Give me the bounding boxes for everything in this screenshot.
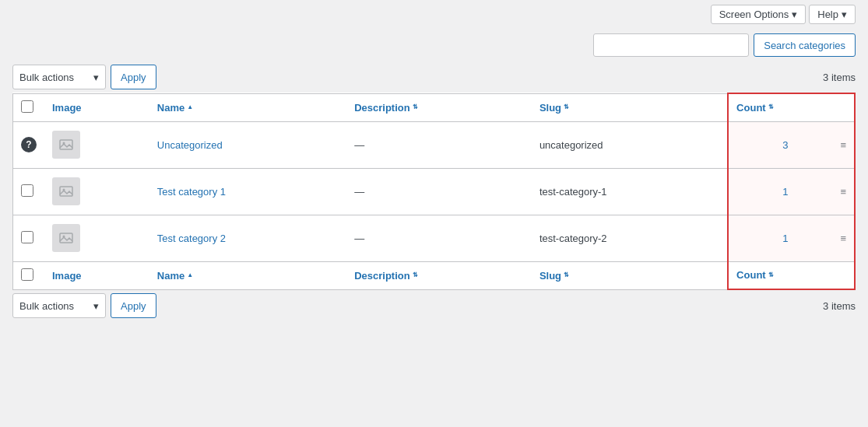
- top-bar: Screen Options ▾ Help ▾: [0, 0, 868, 29]
- description-sort-arrows-footer: ⇅: [413, 272, 418, 278]
- count-sort-arrows: ⇅: [768, 104, 774, 110]
- chevron-down-icon: ▾: [842, 9, 847, 20]
- chevron-down-icon: ▾: [792, 9, 797, 20]
- help-button[interactable]: Help ▾: [809, 5, 856, 24]
- description-col-header[interactable]: Description ⇅: [346, 93, 532, 121]
- category-link[interactable]: Test category 1: [157, 186, 226, 198]
- items-count-bottom: 3 items: [823, 300, 856, 312]
- row-checkbox[interactable]: [21, 184, 33, 197]
- row-name-cell[interactable]: Test category 1: [149, 168, 346, 215]
- row-checkbox[interactable]: [21, 231, 33, 243]
- toolbar-left-bottom: Bulk actions ▾ Apply: [12, 293, 156, 318]
- row-checkbox-cell[interactable]: ?: [13, 121, 45, 168]
- info-icon[interactable]: ?: [21, 137, 37, 152]
- count-col-header[interactable]: Count ⇅: [728, 93, 855, 121]
- count-col-footer[interactable]: Count ⇅: [728, 261, 855, 289]
- description-sort-arrows: ⇅: [413, 104, 418, 110]
- row-name-cell[interactable]: Uncategorized: [149, 121, 346, 168]
- slug-col-footer[interactable]: Slug ⇅: [532, 261, 728, 289]
- top-toolbar: Bulk actions ▾ Apply 3 items: [12, 65, 856, 89]
- select-all-checkbox[interactable]: [21, 100, 33, 113]
- bulk-actions-label-bottom: Bulk actions: [19, 300, 74, 312]
- row-image-cell: [44, 168, 149, 215]
- name-col-header[interactable]: Name ▲: [149, 93, 346, 121]
- image-icon: [58, 137, 74, 152]
- table-row: Test category 1 — test-category-1 1 ≡: [13, 168, 856, 215]
- search-area: Search categories: [0, 29, 868, 65]
- row-count-cell: 1 ≡: [728, 215, 855, 261]
- row-slug-cell: test-category-1: [532, 168, 728, 215]
- name-col-footer[interactable]: Name ▲: [149, 261, 346, 289]
- bulk-actions-dropdown-bottom[interactable]: Bulk actions ▾: [12, 293, 106, 318]
- svg-rect-0: [60, 140, 72, 149]
- bulk-actions-dropdown[interactable]: Bulk actions ▾: [12, 65, 106, 89]
- slug-sort-arrows: ⇅: [564, 104, 569, 110]
- category-link[interactable]: Test category 2: [157, 233, 226, 244]
- search-categories-button[interactable]: Search categories: [754, 33, 856, 57]
- row-name-cell[interactable]: Test category 2: [149, 215, 346, 261]
- apply-button-bottom[interactable]: Apply: [111, 293, 156, 318]
- table-row: ? Uncateg: [13, 121, 856, 168]
- select-all-header[interactable]: [13, 93, 45, 121]
- row-slug-cell: uncategorized: [532, 121, 728, 168]
- toolbar-left: Bulk actions ▾ Apply: [12, 65, 156, 89]
- row-count-cell: 1 ≡: [728, 168, 855, 215]
- svg-rect-2: [60, 187, 72, 196]
- svg-rect-4: [60, 233, 72, 243]
- image-placeholder: [52, 177, 80, 205]
- select-all-checkbox-footer[interactable]: [21, 268, 33, 281]
- screen-options-button[interactable]: Screen Options ▾: [711, 5, 807, 24]
- bulk-actions-label: Bulk actions: [19, 72, 74, 83]
- slug-sort-arrows-footer: ⇅: [564, 272, 569, 278]
- row-menu-icon[interactable]: ≡: [840, 233, 846, 244]
- count-sort-arrows-footer: ⇅: [768, 272, 774, 278]
- screen-options-label: Screen Options: [719, 9, 789, 20]
- main-content: Bulk actions ▾ Apply 3 items Image: [0, 65, 868, 318]
- image-placeholder: [52, 224, 80, 252]
- name-sort-arrows-footer: ▲: [187, 272, 193, 278]
- row-image-cell: [44, 121, 149, 168]
- row-slug-cell: test-category-2: [532, 215, 728, 261]
- items-count-top: 3 items: [823, 72, 856, 83]
- image-icon: [58, 230, 74, 246]
- search-input[interactable]: [593, 33, 749, 57]
- slug-col-header[interactable]: Slug ⇅: [532, 93, 728, 121]
- description-col-footer[interactable]: Description ⇅: [346, 261, 532, 289]
- image-icon: [58, 184, 74, 199]
- row-menu-icon[interactable]: ≡: [840, 139, 846, 151]
- name-sort-arrows: ▲: [187, 104, 193, 110]
- row-count-cell: 3 ≡: [728, 121, 855, 168]
- table-row: Test category 2 — test-category-2 1 ≡: [13, 215, 856, 261]
- image-placeholder: [52, 131, 80, 159]
- category-link[interactable]: Uncategorized: [157, 139, 223, 151]
- row-checkbox-cell[interactable]: [13, 215, 45, 261]
- row-description-cell: —: [346, 121, 532, 168]
- select-all-footer[interactable]: [13, 261, 45, 289]
- bottom-toolbar: Bulk actions ▾ Apply 3 items: [12, 293, 856, 318]
- table-footer-row: Image Name ▲ Description ⇅: [13, 261, 856, 289]
- chevron-down-icon: ▾: [93, 300, 99, 312]
- row-description-cell: —: [346, 215, 532, 261]
- row-description-cell: —: [346, 168, 532, 215]
- image-col-footer: Image: [44, 261, 149, 289]
- table-header-row: Image Name ▲ Description ⇅: [13, 93, 856, 121]
- image-col-header: Image: [44, 93, 149, 121]
- categories-table: Image Name ▲ Description ⇅: [12, 93, 856, 290]
- row-menu-icon[interactable]: ≡: [840, 186, 846, 198]
- chevron-down-icon: ▾: [93, 72, 99, 83]
- row-image-cell: [44, 215, 149, 261]
- help-label: Help: [817, 9, 838, 20]
- row-checkbox-cell[interactable]: [13, 168, 45, 215]
- apply-button-top[interactable]: Apply: [111, 65, 156, 89]
